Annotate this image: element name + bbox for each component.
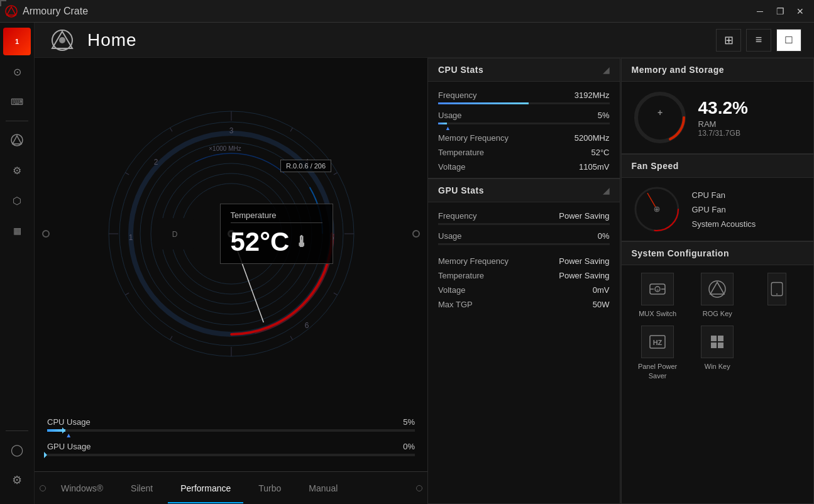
tab-manual[interactable]: Manual	[296, 478, 350, 498]
sidebar-item-tag[interactable]: ⬡	[3, 187, 31, 214]
memory-info: 43.2% RAM 13.7/31.7GB	[698, 98, 804, 138]
home-badge: 1	[15, 38, 19, 45]
win-key-label: Win Key	[705, 362, 730, 371]
touch-icon-box	[767, 273, 786, 305]
rog-icon	[10, 133, 24, 147]
stat-row-voltage: Voltage 1105mV	[428, 158, 620, 173]
rog-key-label: ROG Key	[703, 309, 732, 318]
close-button[interactable]: ✕	[791, 5, 809, 18]
temp-value: 52°C 🌡	[231, 227, 322, 257]
profile-icon: ◯	[11, 443, 23, 457]
mux-switch-icon-box: +	[641, 273, 674, 305]
sidebar-item-settings2[interactable]: ⚙	[3, 156, 31, 184]
keyboard-icon: ⌨	[11, 97, 23, 107]
config-win-key[interactable]: Win Key	[691, 326, 744, 380]
list-view-button[interactable]: ≡	[746, 29, 771, 52]
svg-line-17	[333, 173, 337, 175]
freq-label: Frequency	[438, 90, 476, 100]
settings2-icon: ⚙	[13, 165, 21, 177]
fan-speed-card: Fan Speed +	[621, 154, 815, 241]
sidebar-divider-2	[6, 430, 28, 431]
sidebar-item-profile[interactable]: ◯	[3, 436, 31, 464]
gpu-freq-value: Power Saving	[559, 211, 609, 221]
performance-tabs: Windows® Silent Performance Turbo Manual	[35, 471, 427, 504]
sidebar-item-monitor[interactable]: ⊙	[3, 58, 31, 85]
gpu-mem-freq-label: Memory Frequency	[438, 256, 509, 266]
single-view-button[interactable]: □	[776, 29, 801, 52]
svg-marker-3	[13, 136, 21, 144]
gpu-usage-row: GPU Usage 0%	[47, 442, 415, 460]
sidebar-item-display[interactable]: ▦	[3, 217, 31, 244]
tab-silent[interactable]: Silent	[118, 478, 165, 498]
right-stats-col: Memory and Storage +	[621, 58, 815, 504]
gear-icon: ⚙	[12, 473, 22, 487]
sys-config-title: System Configuration	[632, 248, 729, 258]
svg-text:3: 3	[229, 126, 233, 135]
mem-storage-title: Memory and Storage	[632, 65, 724, 75]
tab-windows[interactable]: Windows®	[48, 478, 116, 498]
usage-tick-arrow: ▲	[445, 125, 451, 131]
svg-rect-62	[711, 336, 717, 341]
content-area: 1 2 3 4 5 6 ×1000 MHz	[35, 58, 814, 504]
card-corner-icon: ◢	[603, 65, 610, 75]
mem-gauge-svg: +	[632, 89, 688, 146]
gpu-usage-stat-label: Usage	[438, 231, 462, 241]
tag-icon: ⬡	[13, 195, 21, 207]
svg-text:+: +	[657, 107, 662, 118]
svg-line-16	[290, 128, 293, 131]
sidebar-item-settings[interactable]: ⚙	[3, 466, 31, 494]
tab-performance[interactable]: Performance	[168, 478, 243, 498]
voltage-label: Voltage	[438, 162, 465, 172]
minimize-button[interactable]: ─	[751, 5, 769, 18]
gpu-tgp-label: Max TGP	[438, 300, 473, 309]
gpu-temp-value: Power Saving	[559, 271, 609, 280]
freq-bar-fill	[438, 102, 529, 104]
card-corner-icon-gpu: ◢	[603, 185, 610, 195]
gpu-tgp-value: 50W	[593, 300, 610, 309]
temp-label-text: Temperature	[231, 211, 277, 220]
stat-row-usage: Usage 5%	[428, 107, 620, 121]
sidebar-item-keyboard[interactable]: ⌨	[3, 88, 31, 116]
svg-marker-57	[710, 282, 724, 294]
gpu-mem-freq-value: Power Saving	[559, 256, 609, 266]
panel-nav-right[interactable]	[412, 230, 420, 238]
titlebar: Armoury Crate ─ ❐ ✕	[0, 0, 814, 23]
config-mux-switch[interactable]: + MUX Switch	[632, 273, 684, 318]
sidebar-item-rog[interactable]	[3, 126, 31, 154]
config-rog-key[interactable]: ROG Key	[691, 273, 744, 318]
panel-power-saver-label: Panel PowerSaver	[638, 362, 677, 380]
tab-turbo[interactable]: Turbo	[246, 478, 294, 498]
perf-dot-left[interactable]	[40, 485, 46, 491]
gpu-usage-stat-value: 0%	[598, 231, 610, 241]
svg-rect-63	[718, 336, 723, 341]
cpu-temp-card: Temperature 52°C 🌡	[220, 204, 333, 264]
panel-power-saver-icon-box: HZ	[641, 326, 674, 358]
gpu-usage-bar-stat	[438, 243, 610, 245]
maximize-button[interactable]: ❐	[771, 5, 789, 18]
gpu-freq-bar	[438, 223, 610, 225]
grid-view-button[interactable]: ⊞	[716, 29, 741, 52]
left-panel: 1 2 3 4 5 6 ×1000 MHz	[35, 58, 427, 504]
temp-number: 52°C	[231, 227, 290, 257]
gpu-stats-card: GPU Stats ◢ Frequency Power Saving	[427, 178, 620, 504]
header: Home ⊞ ≡ □	[35, 23, 814, 58]
sys-config-card: System Configuration	[621, 241, 815, 504]
svg-line-26	[170, 128, 172, 131]
thermometer-icon: 🌡	[294, 233, 309, 251]
config-panel-power-saver[interactable]: HZ Panel PowerSaver	[632, 326, 684, 380]
mux-switch-label: MUX Switch	[639, 309, 676, 318]
temp-stat-label: Temperature	[438, 148, 484, 157]
ram-percent: 43.2%	[698, 98, 804, 118]
temp-label: Temperature	[231, 211, 322, 223]
rog-key-icon	[707, 279, 727, 299]
gpu-fan-item: GPU Fan	[692, 205, 804, 214]
svg-line-20	[290, 336, 293, 340]
config-touch[interactable]	[751, 273, 803, 318]
gpu-voltage-value: 0mV	[593, 285, 610, 295]
sidebar-item-home[interactable]: 1	[3, 28, 31, 55]
svg-rect-65	[718, 342, 723, 348]
svg-text:2: 2	[153, 158, 158, 167]
panel-nav-left[interactable]	[42, 230, 50, 238]
perf-dot-right[interactable]	[416, 485, 422, 491]
app-layout: 1 ⊙ ⌨ ⚙ ⬡ ▦ ◯ ⚙	[0, 23, 814, 504]
